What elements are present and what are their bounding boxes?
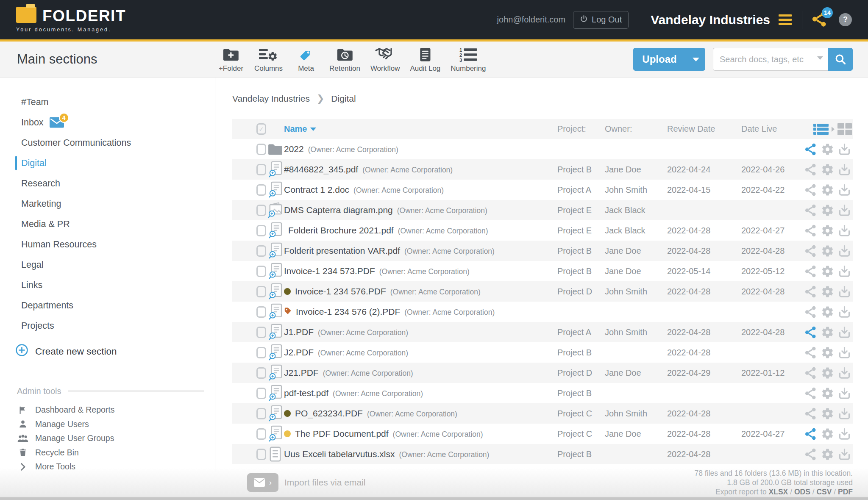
gear-icon[interactable] bbox=[821, 183, 834, 197]
share-icon[interactable] bbox=[804, 224, 817, 237]
download-icon[interactable] bbox=[838, 143, 851, 156]
gear-icon[interactable] bbox=[821, 143, 834, 156]
sheet-icon[interactable] bbox=[270, 447, 281, 462]
import-email-button[interactable]: › bbox=[247, 473, 278, 492]
tool-columns[interactable]: Columns bbox=[254, 46, 283, 73]
doc-preview-icon[interactable] bbox=[268, 181, 282, 198]
file-name[interactable]: Contract 1 2.doc bbox=[284, 185, 349, 195]
share-icon[interactable] bbox=[804, 326, 817, 339]
file-name[interactable]: Folderit Brochure 2021.pdf bbox=[288, 225, 394, 236]
row-checkbox[interactable] bbox=[256, 144, 266, 155]
download-icon[interactable] bbox=[838, 224, 851, 237]
file-name[interactable]: Folderit presentation VAR.pdf bbox=[284, 246, 400, 256]
sidebar-item-projects[interactable]: Projects bbox=[0, 316, 215, 336]
tool-meta[interactable]: Meta bbox=[293, 46, 319, 73]
download-icon[interactable] bbox=[838, 326, 851, 339]
table-row[interactable]: pdf-test.pdf(Owner: Acme Corporation)Pro… bbox=[232, 383, 853, 403]
sidebar-item-links[interactable]: Links bbox=[0, 275, 215, 295]
row-checkbox[interactable] bbox=[256, 184, 266, 196]
table-row[interactable]: Invoice-1 234 576 (2).PDF(Owner: Acme Co… bbox=[232, 302, 853, 322]
row-checkbox[interactable] bbox=[256, 245, 266, 257]
folder-icon[interactable] bbox=[267, 143, 283, 156]
breadcrumb-digital[interactable]: Digital bbox=[331, 94, 356, 104]
breadcrumb-vandelay-industries[interactable]: Vandelay Industries bbox=[232, 94, 310, 104]
table-row[interactable]: DMS Capterra diagram.png(Owner: Acme Cor… bbox=[232, 200, 853, 220]
download-icon[interactable] bbox=[838, 387, 851, 400]
sidebar-item-customer-communications[interactable]: Customer Communications bbox=[0, 133, 215, 153]
sidebar-item-media-pr[interactable]: Media & PR bbox=[0, 214, 215, 234]
table-row[interactable]: Invoice-1 234 576.PDF(Owner: Acme Corpor… bbox=[232, 281, 853, 302]
share-icon[interactable] bbox=[804, 407, 817, 420]
sidebar-item-inbox[interactable]: Inbox4 bbox=[0, 112, 215, 133]
gear-icon[interactable] bbox=[821, 204, 834, 217]
share-icon[interactable] bbox=[804, 285, 817, 298]
sidebar-item-departments[interactable]: Departments bbox=[0, 295, 215, 316]
upload-dropdown-button[interactable] bbox=[686, 48, 705, 71]
file-name[interactable]: The PDF Document.pdf bbox=[295, 429, 389, 439]
download-icon[interactable] bbox=[838, 346, 851, 359]
table-row[interactable]: J21.PDF(Owner: Acme Corporation)Project … bbox=[232, 363, 853, 383]
gear-icon[interactable] bbox=[821, 427, 834, 441]
share-icon[interactable] bbox=[804, 366, 817, 380]
table-row[interactable]: Folderit presentation VAR.pdf(Owner: Acm… bbox=[232, 241, 853, 261]
sidebar-item-digital[interactable]: Digital bbox=[0, 153, 215, 173]
image-preview-icon[interactable] bbox=[267, 202, 283, 219]
gear-icon[interactable] bbox=[821, 387, 834, 400]
table-row[interactable]: #8446822_345.pdf(Owner: Acme Corporation… bbox=[232, 159, 853, 180]
bottom-scrollbar[interactable] bbox=[0, 497, 868, 500]
create-new-section-button[interactable]: Create new section bbox=[0, 344, 215, 359]
admin-item-manage-users[interactable]: Manage Users bbox=[0, 417, 204, 432]
export-link-csv[interactable]: CSV bbox=[816, 488, 832, 496]
upload-button[interactable]: Upload bbox=[633, 48, 686, 71]
gear-icon[interactable] bbox=[821, 326, 834, 339]
row-checkbox[interactable] bbox=[256, 225, 266, 236]
file-name[interactable]: J21.PDF bbox=[284, 368, 319, 378]
sidebar-item-team[interactable]: #Team bbox=[0, 92, 215, 112]
row-checkbox[interactable] bbox=[256, 164, 266, 175]
tool-folder[interactable]: +Folder bbox=[218, 46, 244, 73]
file-name[interactable]: DMS Capterra diagram.png bbox=[284, 205, 393, 215]
help-button[interactable]: ? bbox=[839, 13, 852, 26]
sidebar-item-marketing[interactable]: Marketing bbox=[0, 194, 215, 214]
admin-item-dashboard-reports[interactable]: Dashboard & Reports bbox=[0, 403, 204, 417]
tool-retention[interactable]: Retention bbox=[329, 46, 360, 73]
file-name[interactable]: pdf-test.pdf bbox=[284, 388, 328, 398]
gear-icon[interactable] bbox=[821, 163, 834, 176]
table-row[interactable]: Uus Exceli tabelarvutus.xlsx(Owner: Acme… bbox=[232, 444, 853, 464]
row-checkbox[interactable] bbox=[256, 428, 266, 440]
share-icon[interactable] bbox=[804, 305, 817, 319]
export-link-pdf[interactable]: PDF bbox=[838, 488, 853, 496]
file-name[interactable]: #8446822_345.pdf bbox=[284, 164, 358, 175]
gear-icon[interactable] bbox=[821, 366, 834, 380]
share-icon[interactable] bbox=[804, 183, 817, 197]
row-checkbox[interactable] bbox=[256, 266, 266, 277]
file-name[interactable]: Invoice-1 234 576.PDF bbox=[295, 286, 386, 297]
doc-preview-icon[interactable] bbox=[268, 385, 282, 402]
admin-item-recycle-bin[interactable]: Recycle Bin bbox=[0, 446, 204, 460]
doc-preview-icon[interactable] bbox=[268, 324, 282, 341]
download-icon[interactable] bbox=[838, 204, 851, 217]
search-input[interactable] bbox=[713, 48, 828, 71]
row-checkbox[interactable] bbox=[256, 367, 266, 379]
file-name[interactable]: Invoice-1 234 573.PDF bbox=[284, 266, 375, 276]
doc-preview-icon[interactable] bbox=[268, 222, 282, 239]
sidebar-item-legal[interactable]: Legal bbox=[0, 255, 215, 275]
doc-preview-icon[interactable] bbox=[268, 364, 282, 381]
row-checkbox[interactable] bbox=[256, 205, 266, 216]
file-name[interactable]: Uus Exceli tabelarvutus.xlsx bbox=[284, 449, 395, 459]
download-icon[interactable] bbox=[838, 305, 851, 319]
grid-view-icon[interactable] bbox=[837, 123, 852, 135]
file-name[interactable]: J1.PDF bbox=[284, 327, 314, 337]
tool-audit-log[interactable]: Audit Log bbox=[410, 46, 440, 73]
sidebar-item-research[interactable]: Research bbox=[0, 173, 215, 194]
share-icon[interactable] bbox=[804, 143, 817, 156]
doc-preview-icon[interactable] bbox=[268, 405, 282, 422]
doc-preview-icon[interactable] bbox=[268, 242, 282, 259]
row-checkbox[interactable] bbox=[256, 408, 266, 419]
download-icon[interactable] bbox=[838, 407, 851, 420]
doc-preview-icon[interactable] bbox=[268, 263, 282, 280]
download-icon[interactable] bbox=[838, 163, 851, 176]
download-icon[interactable] bbox=[838, 427, 851, 441]
search-scope-dropdown-icon[interactable] bbox=[817, 56, 823, 60]
select-all-checkbox[interactable]: ✓ bbox=[256, 123, 266, 135]
